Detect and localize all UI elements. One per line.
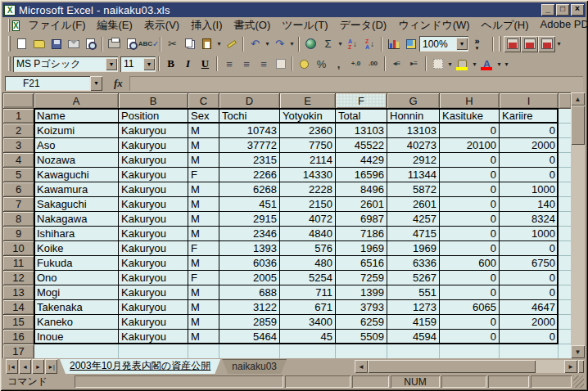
menu-item[interactable]: ツール(T) bbox=[276, 17, 333, 34]
data-cell[interactable]: Kakuryou bbox=[119, 227, 188, 241]
table-header-cell[interactable]: Honnin bbox=[387, 109, 440, 124]
row-header-10[interactable]: 10 bbox=[3, 241, 34, 256]
currency-style-button[interactable] bbox=[296, 56, 313, 72]
data-cell[interactable] bbox=[559, 241, 572, 256]
data-cell[interactable]: Kakuryou bbox=[119, 241, 188, 256]
underline-button[interactable]: U bbox=[197, 56, 214, 72]
data-cell[interactable]: 10743 bbox=[219, 124, 280, 138]
autosum-dropdown[interactable]: ▾ bbox=[337, 40, 344, 47]
column-header-i[interactable]: I bbox=[500, 93, 559, 109]
data-cell[interactable]: 0 bbox=[440, 124, 500, 138]
data-cell[interactable] bbox=[387, 344, 440, 359]
table-header-cell[interactable]: Kasituke bbox=[440, 109, 500, 124]
data-cell[interactable]: 0 bbox=[440, 227, 500, 241]
data-cell[interactable]: 2000 bbox=[500, 138, 559, 153]
save-button[interactable] bbox=[47, 36, 65, 52]
worksheet-grid[interactable]: ABCDEFGHI1NamePositionSexTochiYotyokinTo… bbox=[2, 92, 571, 358]
data-cell[interactable] bbox=[559, 182, 572, 197]
data-cell[interactable]: 2114 bbox=[280, 153, 336, 168]
data-cell[interactable]: 0 bbox=[440, 315, 500, 330]
data-cell[interactable]: F bbox=[188, 241, 219, 256]
data-cell[interactable]: Kakuryou bbox=[119, 271, 188, 285]
merge-center-button[interactable] bbox=[272, 56, 289, 72]
data-cell[interactable]: Kakuryou bbox=[119, 315, 188, 330]
search-button[interactable] bbox=[82, 36, 99, 52]
increase-indent-button[interactable]: ▸≡ bbox=[405, 56, 423, 72]
data-cell[interactable]: Koizumi bbox=[34, 124, 119, 138]
horizontal-scrollbar[interactable]: ◄ ► bbox=[355, 360, 577, 373]
chart-wizard-button[interactable] bbox=[385, 36, 402, 52]
row-header-8[interactable]: 8 bbox=[3, 212, 34, 227]
align-right-button[interactable]: ≡ bbox=[255, 56, 272, 72]
data-cell[interactable] bbox=[500, 344, 559, 359]
data-cell[interactable] bbox=[559, 271, 572, 285]
data-cell[interactable]: 4594 bbox=[387, 330, 440, 344]
vertical-scrollbar[interactable]: ▲ ▼ bbox=[571, 92, 585, 358]
data-cell[interactable]: 2000 bbox=[500, 315, 559, 330]
data-cell[interactable]: Takenaka bbox=[34, 300, 119, 315]
data-cell[interactable]: 451 bbox=[219, 197, 280, 212]
data-cell[interactable]: 13103 bbox=[387, 124, 440, 138]
data-cell[interactable] bbox=[559, 256, 572, 271]
data-cell[interactable]: Nozawa bbox=[34, 153, 119, 168]
redo-button[interactable]: ↷ bbox=[271, 36, 288, 52]
paste-dropdown[interactable]: ▾ bbox=[215, 40, 223, 47]
cut-button[interactable]: ✂ bbox=[164, 36, 181, 52]
more-buttons-chevron[interactable]: » ▾ bbox=[468, 36, 486, 52]
data-cell[interactable]: 671 bbox=[280, 300, 336, 315]
row-header-12[interactable]: 12 bbox=[3, 271, 34, 285]
pdf-convert-button[interactable] bbox=[504, 36, 521, 52]
data-cell[interactable]: 3400 bbox=[280, 315, 336, 330]
pdf-convert-review-button[interactable] bbox=[538, 36, 555, 52]
last-sheet-button[interactable]: ►| bbox=[45, 359, 57, 374]
data-cell[interactable]: 20100 bbox=[440, 138, 500, 153]
data-cell[interactable]: 2346 bbox=[219, 227, 280, 241]
data-cell[interactable]: 2360 bbox=[280, 124, 336, 138]
close-button[interactable]: × bbox=[571, 4, 584, 16]
data-cell[interactable]: 2601 bbox=[387, 197, 440, 212]
data-cell[interactable]: 1273 bbox=[387, 300, 440, 315]
data-cell[interactable]: M bbox=[188, 138, 219, 153]
data-cell[interactable]: 1393 bbox=[219, 241, 280, 256]
data-cell[interactable]: F bbox=[188, 168, 219, 182]
row-header-4[interactable]: 4 bbox=[3, 153, 34, 168]
open-button[interactable] bbox=[30, 36, 47, 52]
data-cell[interactable]: M bbox=[188, 124, 219, 138]
data-cell[interactable]: 6259 bbox=[336, 315, 387, 330]
data-cell[interactable]: 2315 bbox=[219, 153, 280, 168]
menu-item[interactable]: 書式(O) bbox=[228, 17, 276, 34]
data-cell[interactable]: M bbox=[188, 256, 219, 271]
data-cell[interactable]: 6336 bbox=[387, 256, 440, 271]
pdf-convert-email-button[interactable] bbox=[521, 36, 538, 52]
data-cell[interactable]: Kakuryou bbox=[119, 330, 188, 344]
column-header-c[interactable]: C bbox=[188, 93, 219, 109]
percent-style-button[interactable]: % bbox=[313, 56, 330, 72]
sheet-tab-active[interactable]: 2003年10月発表内閣の資産公開 bbox=[60, 359, 220, 374]
table-header-cell[interactable]: Position bbox=[119, 109, 188, 124]
autosum-button[interactable]: Σ bbox=[319, 36, 337, 52]
drawing-button[interactable] bbox=[402, 36, 419, 52]
data-cell[interactable]: Kakuryou bbox=[119, 256, 188, 271]
data-cell[interactable]: 5872 bbox=[387, 182, 440, 197]
data-cell[interactable]: 688 bbox=[219, 285, 280, 300]
data-cell[interactable]: Ono bbox=[34, 271, 119, 285]
data-cell[interactable]: 7186 bbox=[336, 227, 387, 241]
data-cell[interactable]: 551 bbox=[387, 285, 440, 300]
data-cell[interactable]: 0 bbox=[440, 271, 500, 285]
spelling-button[interactable]: ABC ✓ bbox=[140, 36, 157, 52]
data-cell[interactable]: 0 bbox=[500, 330, 559, 344]
sort-descending-button[interactable]: ZA ↓ bbox=[361, 36, 378, 52]
standard-toolbar-handle[interactable] bbox=[8, 36, 11, 51]
formatting-more-dropdown[interactable]: ▾ bbox=[503, 61, 510, 68]
menu-drag-handle[interactable] bbox=[8, 19, 10, 32]
data-cell[interactable]: 16596 bbox=[336, 168, 387, 182]
undo-button[interactable]: ↶ bbox=[247, 36, 264, 52]
data-cell[interactable]: Kakuryou bbox=[119, 285, 188, 300]
row-header-16[interactable]: 16 bbox=[3, 330, 34, 344]
data-cell[interactable]: Kakuryou bbox=[119, 138, 188, 153]
column-header-a[interactable]: A bbox=[34, 93, 119, 109]
data-cell[interactable]: 37772 bbox=[219, 138, 280, 153]
redo-dropdown[interactable]: ▾ bbox=[288, 40, 296, 47]
data-cell[interactable]: 1000 bbox=[500, 182, 559, 197]
data-cell[interactable]: 7750 bbox=[280, 138, 336, 153]
